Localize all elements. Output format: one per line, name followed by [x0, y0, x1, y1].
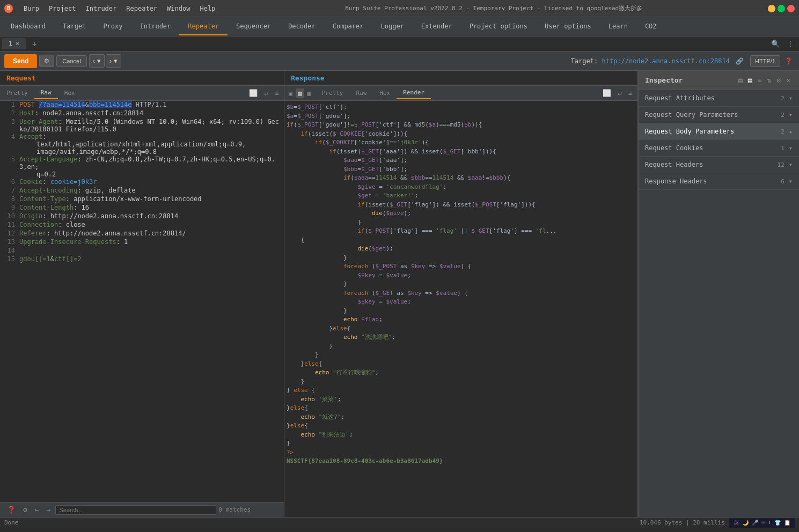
settings-button[interactable]: ⚙ — [39, 55, 54, 67]
menu-burp[interactable]: Burp — [19, 3, 43, 14]
status-text: Done — [4, 519, 19, 526]
response-code-area[interactable]: $b=$_POST['ctf']; $a=$_POST['gdou']; if(… — [284, 101, 637, 517]
request-tab-pretty[interactable]: Pretty — [0, 87, 34, 99]
tab-sequencer[interactable]: Sequencer — [228, 18, 280, 35]
response-layout-icon-3[interactable]: ▦ — [305, 88, 313, 98]
tab-intruder[interactable]: Intruder — [131, 18, 180, 35]
menu-project[interactable]: Project — [45, 3, 80, 14]
target-label: Target: — [571, 57, 598, 65]
tab-project-options[interactable]: Project options — [461, 18, 536, 35]
cancel-button[interactable]: Cancel — [56, 55, 86, 67]
code-line-11: 11 Connection: close — [0, 221, 284, 230]
chevron-down-icon-2: ▾ — [789, 111, 793, 119]
match-count: 0 matches — [218, 506, 251, 513]
menu-repeater[interactable]: Repeater — [122, 3, 162, 14]
tab-logger[interactable]: Logger — [372, 18, 413, 35]
nav-back-group[interactable]: ‹ ▾ — [89, 54, 105, 68]
forward-icon[interactable]: → — [44, 505, 54, 515]
code-line-2: 2 Host: node2.anna.nssctf.cn:28814 — [0, 109, 284, 118]
inspector-response-headers[interactable]: Response Headers 6 ▾ — [639, 173, 799, 190]
inspector-header: Inspector ▤ ▤ ≡ ⇅ ⚙ × — [639, 71, 799, 90]
tab-target[interactable]: Target — [54, 18, 94, 35]
app-logo: B — [4, 4, 13, 13]
nav-fwd-group[interactable]: › ▾ — [106, 54, 121, 68]
tab-extender[interactable]: Extender — [413, 18, 461, 35]
menu-bar: Burp Project Intruder Repeater Window He… — [19, 3, 219, 14]
code-line-4: 4 Accept:text/html,application/xhtml+xml… — [0, 133, 284, 156]
chevron-down-icon-5: ▾ — [789, 178, 793, 185]
inspector-body-params[interactable]: Request Body Parameters 2 ▴ — [639, 123, 799, 140]
response-menu-icon[interactable]: ≡ — [626, 88, 635, 98]
response-wrap-icon[interactable]: ↵ — [615, 88, 625, 98]
inspector-request-attributes[interactable]: Request Attributes 2 ▾ — [639, 90, 799, 107]
send-button[interactable]: Send — [4, 54, 37, 68]
tab-comparer[interactable]: Comparer — [324, 18, 372, 35]
tab-proxy[interactable]: Proxy — [94, 18, 131, 35]
tab-user-options[interactable]: User options — [536, 18, 600, 35]
tab-decoder[interactable]: Decoder — [280, 18, 324, 35]
response-panel: Response ▣ ▤ ▦ Pretty Raw Hex Render ⬜ ↵… — [284, 71, 638, 517]
search-input[interactable] — [55, 505, 216, 515]
inspector-icon-3[interactable]: ≡ — [756, 75, 764, 85]
search-icon[interactable]: 🔍 — [768, 39, 782, 49]
file-size-text: 10,046 bytes | 20 millis — [640, 519, 725, 526]
inspector-settings-icon[interactable]: ⚙ — [774, 75, 783, 85]
settings-bottom-icon[interactable]: ⚙ — [20, 505, 30, 515]
code-line-3: 3 User-Agent: Mozilla/5.0 (Windows NT 10… — [0, 118, 284, 133]
inspector-cookies[interactable]: Request Cookies 1 ▾ — [639, 140, 799, 157]
inspector-icon-1[interactable]: ▤ — [736, 75, 745, 85]
response-layout-icon-1[interactable]: ▣ — [287, 88, 295, 98]
code-line-6: 6 Cookie: cookie=j0k3r — [0, 178, 284, 187]
response-copy-icon[interactable]: ⬜ — [600, 88, 614, 98]
tab-dashboard[interactable]: Dashboard — [2, 18, 54, 35]
target-url[interactable]: http://node2.anna.nssctf.cn:28814 — [602, 57, 729, 65]
maximize-button[interactable] — [778, 5, 785, 12]
request-tab-raw[interactable]: Raw — [34, 87, 58, 99]
minimize-button[interactable] — [768, 5, 775, 12]
status-bar: Done 10,046 bytes | 20 millis 英 🌙 🎤 ⌨ ⬇ … — [0, 517, 799, 528]
code-line-12: 12 Referer: http://node2.anna.nssctf.cn:… — [0, 230, 284, 238]
tab-learn[interactable]: Learn — [600, 18, 636, 35]
code-line-13: 13 Upgrade-Insecure-Requests: 1 — [0, 238, 284, 247]
main-nav: Dashboard Target Proxy Intruder Repeater… — [0, 17, 799, 36]
inspector-panel: Inspector ▤ ▤ ≡ ⇅ ⚙ × Request Attributes… — [638, 71, 799, 517]
tab-co2[interactable]: CO2 — [636, 18, 665, 35]
menu-intruder[interactable]: Intruder — [81, 3, 121, 14]
tab-menu-icon[interactable]: ⋮ — [785, 39, 797, 49]
help-icon[interactable]: ❓ — [782, 55, 795, 67]
response-layout-icon-2[interactable]: ▤ — [296, 88, 304, 98]
back-icon[interactable]: ← — [32, 505, 42, 515]
inspector-close-icon[interactable]: × — [784, 75, 793, 85]
inspector-query-params[interactable]: Request Query Parameters 2 ▾ — [639, 107, 799, 123]
http-version-button[interactable]: HTTP/1 — [750, 55, 780, 67]
response-tab-render[interactable]: Render — [397, 87, 431, 99]
request-tab-icons: ⬜ ↵ ≡ — [244, 88, 284, 98]
inspector-title: Inspector — [645, 76, 683, 84]
response-tab-raw[interactable]: Raw — [349, 87, 373, 99]
repeater-tab-1[interactable]: 1 × — [2, 38, 26, 49]
chevron-up-icon: ▴ — [789, 128, 793, 135]
menu-help[interactable]: Help — [195, 3, 219, 14]
inspector-icon-2[interactable]: ▤ — [746, 75, 754, 85]
response-tab-hex[interactable]: Hex — [373, 87, 397, 99]
inspector-sort-icon[interactable]: ⇅ — [765, 75, 774, 85]
code-line-5: 5 Accept-Language: zh-CN,zh;q=0.8,zh-TW;… — [0, 156, 284, 178]
request-copy-icon[interactable]: ⬜ — [246, 88, 260, 98]
response-panel-header: Response — [284, 71, 637, 86]
inspector-icons: ▤ ▤ ≡ ⇅ ⚙ × — [736, 75, 793, 85]
new-tab-button[interactable]: + — [28, 38, 41, 50]
inspector-request-headers[interactable]: Request Headers 12 ▾ — [639, 157, 799, 173]
help-bottom-icon[interactable]: ❓ — [4, 505, 18, 515]
request-title: Request — [6, 74, 36, 82]
link-icon[interactable]: 🔗 — [736, 57, 744, 65]
response-tab-pretty[interactable]: Pretty — [316, 87, 350, 99]
request-menu-icon[interactable]: ≡ — [272, 88, 282, 98]
request-code-area[interactable]: 1 POST /?aaa=114514&bbb=114514e HTTP/1.1… — [0, 101, 284, 502]
tab-repeater[interactable]: Repeater — [179, 18, 228, 35]
menu-window[interactable]: Window — [163, 3, 194, 14]
target-info: Target: http://node2.anna.nssctf.cn:2881… — [123, 57, 744, 65]
main-content: Request Pretty Raw Hex ⬜ ↵ ≡ 1 POST /?aa… — [0, 71, 799, 517]
request-wrap-icon[interactable]: ↵ — [261, 88, 271, 98]
close-button[interactable] — [787, 5, 795, 12]
request-tab-hex[interactable]: Hex — [58, 87, 82, 99]
